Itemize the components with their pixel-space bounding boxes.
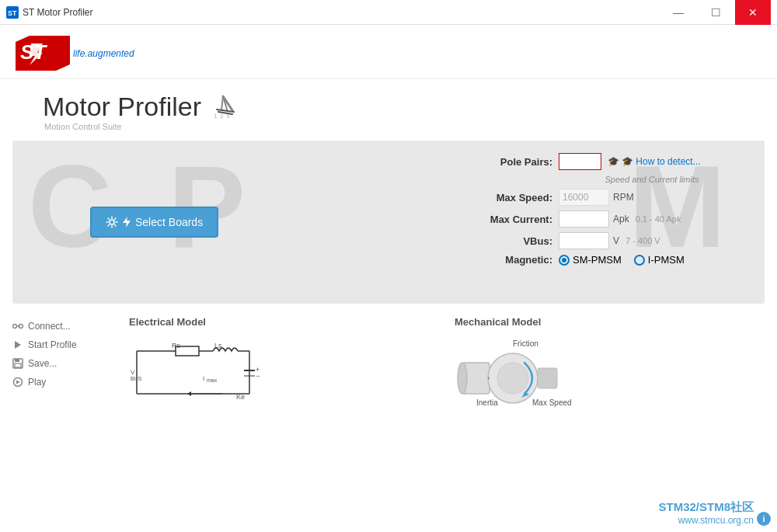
vbus-input[interactable] (559, 232, 609, 249)
logo-area: ST life.augmented (16, 36, 134, 71)
mechanical-model-section: Mechanical Model Friction Inertia Max Sp… (455, 316, 765, 526)
max-speed-row: Max Speed: RPM (485, 189, 749, 206)
svg-text:3: 3 (226, 113, 230, 120)
pole-pairs-label: Pole Pairs: (485, 156, 559, 168)
svg-rect-20 (15, 359, 19, 362)
sm-pmsm-option[interactable]: SM-PMSM (559, 254, 622, 266)
footer-line1: STM32/STM8社区 (658, 500, 754, 515)
bottom-section: Connect... Start Profile Save... (0, 310, 777, 532)
titlebar-title: ST Motor Profiler (23, 7, 660, 18)
max-current-hint: 0.1 - 40 Apk (636, 214, 681, 224)
select-boards-label: Select Boards (135, 216, 203, 228)
electrical-model-title: Electrical Model (129, 316, 439, 328)
svg-rect-21 (15, 363, 21, 367)
app-subtitle: Motion Control Suite (0, 122, 777, 131)
st-logo: ST (16, 36, 70, 71)
app-content: Motor Profiler 1 2 3 Motion Control Suit… (0, 79, 777, 532)
magnetic-radio-group: SM-PMSM I-PMSM (559, 254, 685, 266)
titlebar: ST ST Motor Profiler — ☐ ✕ (0, 0, 777, 25)
svg-rect-55 (538, 368, 557, 388)
svg-text:Friction: Friction (513, 339, 538, 348)
info-icon[interactable]: i (757, 512, 771, 526)
electrical-circuit: Rs Ls + − (129, 336, 300, 413)
start-profile-label: Start Profile (28, 339, 77, 350)
electrical-model-section: Electrical Model Rs Ls (129, 316, 439, 526)
svg-text:−: − (256, 372, 260, 380)
speed-current-label: Speed and Current limits (605, 175, 699, 184)
svg-text:Max Speed: Max Speed (532, 398, 572, 407)
connect-icon (12, 321, 23, 332)
app-title-row: Motor Profiler 1 2 3 (0, 79, 777, 125)
svg-text:Ke: Ke (236, 393, 245, 401)
start-profile-link[interactable]: Start Profile (12, 339, 113, 350)
magnetic-label: Magnetic: (485, 254, 559, 266)
svg-text:I: I (203, 375, 204, 382)
connect-link[interactable]: Connect... (12, 321, 113, 332)
save-icon (12, 358, 23, 369)
svg-point-16 (19, 325, 23, 329)
mechanical-diagram: Friction Inertia Max Speed (455, 336, 625, 413)
mechanical-model-title: Mechanical Model (455, 316, 765, 328)
svg-text:2: 2 (220, 113, 224, 120)
save-link[interactable]: Save... (12, 358, 113, 369)
svg-marker-18 (15, 341, 21, 349)
settings-panel: Pole Pairs: 🎓 🎓 How to detect... Speed a… (469, 141, 765, 304)
app-title: Motor Profiler 1 2 3 (43, 92, 761, 122)
svg-text:BUS: BUS (131, 376, 142, 381)
svg-text:V: V (131, 369, 135, 376)
svg-point-13 (110, 220, 114, 224)
svg-text:Inertia: Inertia (476, 398, 498, 407)
sm-pmsm-radio[interactable] (559, 255, 570, 266)
play-icon (12, 339, 23, 350)
svg-marker-44 (187, 391, 191, 396)
max-speed-input[interactable] (559, 189, 609, 206)
max-current-input[interactable] (559, 210, 609, 228)
vbus-row: VBus: V 7 - 400 V (485, 232, 749, 249)
i-pmsm-option[interactable]: I-PMSM (634, 254, 685, 266)
footer-watermark: STM32/STM8社区 www.stmcu.org.cn (658, 500, 754, 526)
titlebar-controls: — ☐ ✕ (660, 0, 771, 25)
main-card: C P M Select Boards Pole Pairs: (12, 141, 765, 304)
logo-text: life.augmented (73, 48, 134, 59)
vbus-hint: 7 - 400 V (625, 236, 660, 245)
save-label: Save... (28, 358, 57, 369)
magnetic-row: Magnetic: SM-PMSM I-PMSM (485, 254, 749, 266)
max-current-row: Max Current: Apk 0.1 - 40 Apk (485, 210, 749, 228)
gear-icon (106, 216, 118, 228)
svg-text:1: 1 (214, 113, 218, 120)
svg-marker-23 (16, 381, 20, 384)
header: ST life.augmented (0, 25, 777, 79)
sm-pmsm-label: SM-PMSM (573, 254, 622, 266)
play-link[interactable]: Play (12, 377, 113, 388)
minimize-button[interactable]: — (660, 0, 696, 25)
play2-icon (12, 377, 23, 388)
vbus-label: VBus: (485, 235, 559, 247)
how-to-detect-link[interactable]: 🎓 🎓 How to detect... (608, 156, 701, 167)
vbus-unit: V (613, 235, 619, 246)
close-button[interactable]: ✕ (735, 0, 771, 25)
footer-line2: www.stmcu.org.cn (658, 515, 754, 526)
max-speed-unit: RPM (613, 192, 634, 203)
connect-label: Connect... (28, 321, 71, 332)
svg-point-50 (458, 363, 467, 394)
lightning-icon (123, 217, 131, 228)
svg-point-15 (13, 325, 17, 329)
pole-pairs-row: Pole Pairs: 🎓 🎓 How to detect... (485, 153, 749, 170)
svg-text:ST: ST (8, 9, 17, 17)
svg-line-7 (221, 96, 223, 110)
svg-point-52 (497, 363, 528, 394)
i-pmsm-label: I-PMSM (648, 254, 685, 266)
play-label: Play (28, 377, 46, 388)
side-nav: Connect... Start Profile Save... (12, 316, 113, 526)
pole-pairs-input[interactable] (559, 153, 601, 170)
i-pmsm-radio[interactable] (634, 255, 645, 266)
speed-current-label-row: Speed and Current limits (555, 175, 749, 184)
svg-text:max: max (207, 377, 218, 383)
st-icon: ST (6, 6, 19, 19)
select-boards-button[interactable]: Select Boards (90, 207, 218, 238)
max-speed-label: Max Speed: (485, 192, 559, 203)
maximize-button[interactable]: ☐ (698, 0, 733, 25)
svg-marker-14 (123, 217, 131, 228)
max-current-label: Max Current: (485, 214, 559, 225)
max-current-unit: Apk (613, 214, 629, 224)
